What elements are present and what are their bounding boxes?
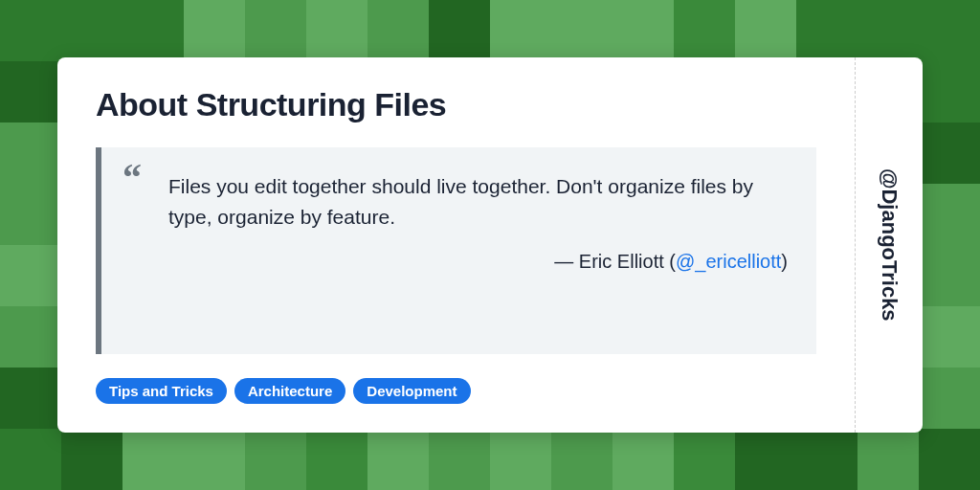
author-prefix: — Eric Elliott ( [554, 251, 676, 272]
quote-block: “ Files you edit together should live to… [96, 147, 816, 354]
main-content: About Structuring Files “ Files you edit… [57, 57, 856, 433]
quote-attribution: — Eric Elliott (@_ericelliott) [130, 251, 788, 273]
tag-pill[interactable]: Development [353, 378, 470, 404]
quote-text: Files you edit together should live toge… [168, 171, 788, 232]
page-title: About Structuring Files [96, 86, 816, 123]
author-twitter-link[interactable]: @_ericelliott [676, 251, 781, 272]
tag-list: Tips and Tricks Architecture Development [96, 378, 816, 404]
author-suffix: ) [781, 251, 788, 272]
sidebar: @DjangoTricks [856, 57, 923, 433]
tag-pill[interactable]: Architecture [234, 378, 345, 404]
content-card: About Structuring Files “ Files you edit… [57, 57, 923, 433]
quote-mark-icon: “ [122, 168, 142, 188]
site-handle[interactable]: @DjangoTricks [877, 168, 902, 322]
tag-pill[interactable]: Tips and Tricks [96, 378, 227, 404]
